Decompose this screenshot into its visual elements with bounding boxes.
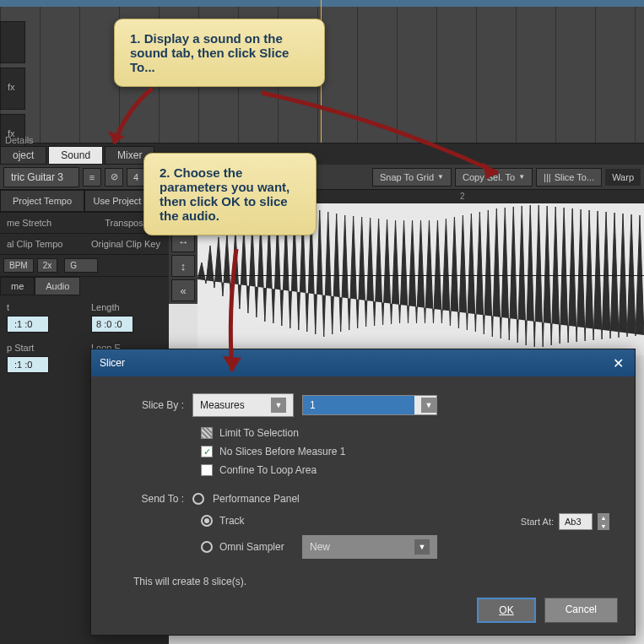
slice-by-dropdown[interactable]: Measures ▼ bbox=[192, 393, 294, 417]
timeline-ruler[interactable] bbox=[0, 0, 644, 7]
slice-label: Slice To... bbox=[555, 172, 595, 182]
chevron-down-icon: ▼ bbox=[437, 173, 444, 181]
ruler-mark: 2 bbox=[460, 192, 465, 201]
callout-1: 1. Display a sound on the sound tab, the… bbox=[114, 19, 325, 87]
spin-up-icon[interactable]: ▲ bbox=[598, 513, 609, 522]
perf-panel-label: Performance Panel bbox=[213, 493, 300, 505]
confine-loop-checkbox[interactable] bbox=[201, 464, 213, 476]
bpm-button[interactable]: BPM bbox=[3, 258, 34, 273]
omni-target-dropdown[interactable]: New ▼ bbox=[302, 535, 437, 559]
start-input[interactable] bbox=[7, 316, 49, 333]
tab-audio[interactable]: Audio bbox=[35, 277, 80, 295]
slice-count-field[interactable]: 1 ▼ bbox=[302, 395, 437, 415]
omni-sampler-radio[interactable] bbox=[201, 541, 213, 553]
slice-by-value: Measures bbox=[200, 399, 245, 411]
snap-to-grid-dropdown[interactable]: Snap To Grid ▼ bbox=[372, 168, 452, 187]
copy-label: Copy Sel. To bbox=[463, 172, 515, 182]
dialog-titlebar[interactable]: Slicer ✕ bbox=[91, 349, 635, 376]
copy-sel-to-dropdown[interactable]: Copy Sel. To ▼ bbox=[455, 168, 533, 187]
chevron-down-icon: ▼ bbox=[421, 398, 436, 413]
limit-selection-label: Limit To Selection bbox=[219, 427, 299, 439]
chevron-down-icon: ▼ bbox=[271, 398, 286, 413]
confine-loop-label: Confine To Loop Area bbox=[219, 464, 317, 476]
tab-project[interactable]: oject bbox=[0, 146, 46, 165]
track-header-2[interactable]: fx bbox=[0, 68, 25, 110]
no-slices-before-label: No Slices Before Measure 1 bbox=[219, 446, 345, 457]
sound-name-field[interactable]: tric Guitar 3 bbox=[3, 167, 79, 187]
key-field[interactable]: G bbox=[64, 258, 98, 273]
project-tempo-button[interactable]: Project Tempo bbox=[0, 190, 84, 212]
prev-icon[interactable]: « bbox=[171, 279, 195, 301]
limit-selection-checkbox[interactable] bbox=[201, 427, 213, 439]
slice-count-value: 1 bbox=[303, 396, 414, 414]
perf-panel-radio[interactable] bbox=[192, 493, 204, 505]
chevron-down-icon: ▼ bbox=[518, 173, 525, 181]
track-header-1[interactable] bbox=[0, 21, 25, 63]
tab-bar: oject Sound Mixer bbox=[0, 146, 644, 165]
cancel-button[interactable]: Cancel bbox=[544, 598, 618, 623]
menu-icon[interactable]: ≡ bbox=[83, 168, 101, 187]
loop-start-label: p Start bbox=[7, 343, 78, 353]
slice-icon: ||| bbox=[544, 172, 551, 182]
slice-info-text: This will create 8 slice(s). bbox=[133, 576, 609, 587]
send-to-label: Send To : bbox=[116, 493, 184, 505]
close-icon[interactable]: ✕ bbox=[609, 354, 626, 371]
timesig-num[interactable]: 4 bbox=[127, 168, 145, 187]
callout-2: 2. Choose the parameters you want, then … bbox=[143, 153, 317, 235]
slice-to-button[interactable]: ||| Slice To... bbox=[536, 168, 602, 187]
dialog-title-text: Slicer bbox=[100, 357, 125, 369]
slicer-dialog: Slicer ✕ Slice By : Measures ▼ 1 ▼ Limit… bbox=[90, 349, 636, 636]
start-label: t bbox=[7, 302, 78, 312]
start-at-input[interactable] bbox=[559, 513, 593, 530]
v-arrows-icon[interactable]: ↕ bbox=[171, 255, 195, 277]
sound-toolbar: tric Guitar 3 ≡ ⊘ 4 4 Snap To Grid ▼ Cop… bbox=[0, 165, 644, 190]
orig-clip-tempo-label: al Clip Tempo bbox=[0, 234, 84, 254]
track-radio[interactable] bbox=[201, 515, 213, 527]
warp-button[interactable]: Warp bbox=[605, 169, 641, 186]
stop-icon[interactable]: ⊘ bbox=[105, 168, 123, 187]
spin-down-icon[interactable]: ▼ bbox=[598, 522, 609, 530]
tab-sound[interactable]: Sound bbox=[48, 146, 103, 165]
start-at-group: Start At: ▲ ▼ bbox=[521, 513, 609, 530]
loop-start-input[interactable] bbox=[7, 356, 49, 373]
fx-label: fx bbox=[8, 82, 15, 92]
2x-button[interactable]: 2x bbox=[37, 258, 58, 273]
chevron-down-icon: ▼ bbox=[414, 539, 430, 555]
slice-by-label: Slice By : bbox=[116, 399, 184, 411]
length-input[interactable] bbox=[91, 316, 133, 333]
no-slices-before-checkbox[interactable]: ✓ bbox=[201, 446, 213, 457]
time-stretch-label: me Stretch bbox=[0, 213, 84, 233]
dialog-body: Slice By : Measures ▼ 1 ▼ Limit To Selec… bbox=[91, 376, 635, 604]
orig-clip-key-label: Original Clip Key bbox=[84, 234, 169, 254]
snap-label: Snap To Grid bbox=[380, 172, 434, 182]
tab-time[interactable]: me bbox=[0, 277, 35, 295]
omni-target-value: New bbox=[310, 541, 330, 553]
start-at-label: Start At: bbox=[521, 517, 554, 527]
length-label: Length bbox=[91, 302, 162, 312]
omni-sampler-label: Omni Sampler bbox=[219, 541, 295, 553]
track-label: Track bbox=[219, 515, 245, 527]
ok-button[interactable]: OK bbox=[477, 598, 535, 623]
